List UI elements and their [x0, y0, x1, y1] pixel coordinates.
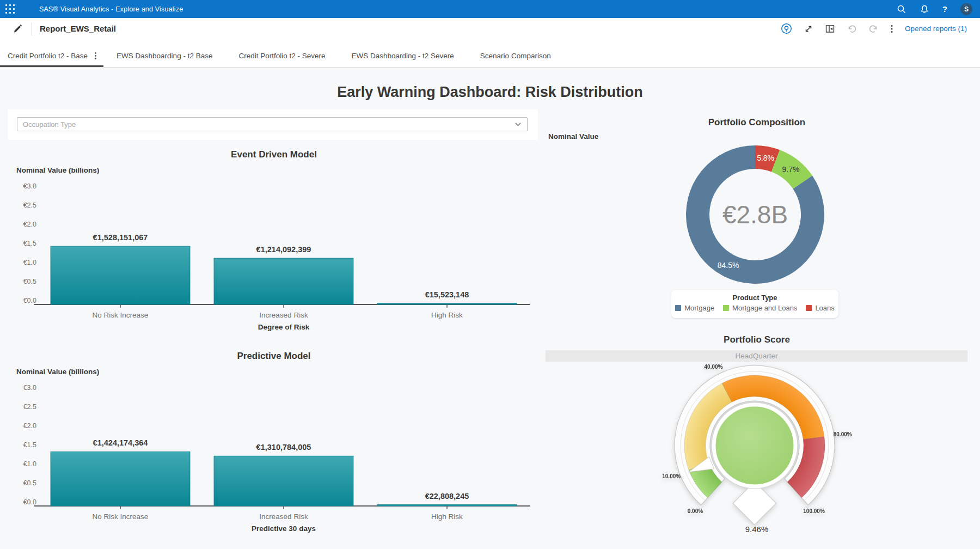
svg-text:Nominal Value (billions): Nominal Value (billions): [16, 368, 99, 376]
svg-text:40.00%: 40.00%: [705, 364, 723, 370]
svg-text:€0.0: €0.0: [23, 498, 36, 506]
svg-text:€0.5: €0.5: [23, 479, 36, 487]
notifications-bell-icon[interactable]: [920, 4, 929, 14]
portfolio-score-gauge[interactable]: 0.00%10.00%40.00%80.00%100.00%: [651, 361, 858, 529]
svg-text:0.00%: 0.00%: [688, 508, 703, 514]
svg-text:€2.8B: €2.8B: [722, 200, 788, 229]
redo-icon[interactable]: [868, 24, 879, 34]
svg-text:€1,424,174,364: €1,424,174,364: [93, 438, 148, 447]
filter-panel: Occupation Type: [8, 109, 538, 140]
help-icon[interactable]: ?: [942, 4, 947, 14]
svg-text:€22,808,245: €22,808,245: [425, 492, 469, 501]
svg-text:€2.0: €2.0: [23, 221, 36, 228]
svg-text:€1,310,784,005: €1,310,784,005: [256, 443, 311, 452]
svg-text:Event Driven Model: Event Driven Model: [231, 149, 317, 160]
predictive-model-chart[interactable]: Predictive ModelNominal Value (billions)…: [14, 347, 531, 539]
dropdown-placeholder: Occupation Type: [23, 120, 76, 129]
svg-text:€3.0: €3.0: [23, 182, 36, 190]
svg-text:€2.5: €2.5: [23, 202, 36, 209]
app-bar: SAS® Visual Analytics - Explore and Visu…: [0, 0, 980, 18]
svg-text:9.7%: 9.7%: [782, 165, 799, 174]
svg-text:100.00%: 100.00%: [803, 508, 825, 514]
chevron-down-icon: [515, 123, 521, 126]
bar-increased-risk[interactable]: [214, 456, 353, 506]
avatar[interactable]: S: [960, 3, 972, 15]
panel-toggle-icon[interactable]: [825, 24, 835, 34]
expand-fullscreen-icon[interactable]: [804, 24, 813, 34]
svg-text:€1.5: €1.5: [23, 441, 36, 449]
svg-text:€1,214,092,399: €1,214,092,399: [256, 245, 311, 254]
svg-text:€1.0: €1.0: [23, 460, 36, 468]
svg-text:84.5%: 84.5%: [718, 261, 739, 270]
gauge-kpi-circle: [714, 405, 795, 486]
legend-item-mortgage-and-loans[interactable]: Mortgage and Loans: [723, 304, 797, 312]
svg-text:High Risk: High Risk: [431, 513, 463, 521]
report-tab-bar: Credit Portfolio t2 - Base EWS Dashboard…: [0, 39, 980, 68]
svg-text:€1.0: €1.0: [23, 259, 36, 266]
tab-credit-portfolio-t2-base[interactable]: Credit Portfolio t2 - Base: [0, 52, 103, 67]
svg-text:€15,523,148: €15,523,148: [425, 290, 469, 299]
tab-credit-portfolio-t2-severe[interactable]: Credit Portfolio t2 - Severe: [225, 52, 338, 67]
legend-title: Product Type: [732, 294, 777, 302]
tab-ews-dashboarding-t2-severe[interactable]: EWS Dashboarding - t2 Severe: [339, 52, 467, 67]
bar-high-risk[interactable]: [377, 303, 517, 305]
bar-increased-risk[interactable]: [214, 258, 353, 304]
insights-lightbulb-icon[interactable]: [781, 23, 792, 34]
legend-swatch: [723, 305, 729, 311]
bar-high-risk[interactable]: [377, 505, 517, 507]
gauge-value: 9.46%: [547, 524, 966, 534]
tab-ews-dashboarding-t2-base[interactable]: EWS Dashboarding - t2 Base: [103, 52, 225, 67]
report-title: Report_EWS_Retail: [40, 24, 116, 33]
app-title: SAS® Visual Analytics - Explore and Visu…: [39, 5, 183, 13]
svg-text:80.00%: 80.00%: [834, 431, 852, 437]
page-title: Early Warning Dashboard: Risk Distributi…: [0, 84, 980, 101]
svg-text:No Risk Increase: No Risk Increase: [93, 311, 149, 319]
event-driven-model-chart[interactable]: Event Driven ModelNominal Value (billion…: [14, 146, 531, 338]
donut-legend: Product Type Mortgage Mortgage and Loans…: [671, 290, 838, 318]
headquarter-drill-strip[interactable]: HeadQuarter: [546, 350, 967, 362]
undo-icon[interactable]: [847, 24, 857, 34]
svg-text:No Risk Increase: No Risk Increase: [93, 513, 149, 521]
svg-text:Degree of Risk: Degree of Risk: [258, 323, 310, 331]
divider: [32, 22, 32, 35]
svg-text:€3.0: €3.0: [23, 384, 36, 392]
bar-no-risk-increase[interactable]: [51, 452, 190, 506]
svg-text:10.00%: 10.00%: [662, 473, 681, 479]
search-icon[interactable]: [897, 4, 906, 14]
svg-text:€1.5: €1.5: [23, 240, 36, 247]
svg-text:€2.5: €2.5: [23, 403, 36, 411]
svg-text:Nominal Value (billions): Nominal Value (billions): [16, 166, 99, 174]
edit-pencil-icon[interactable]: [13, 23, 23, 34]
svg-text:Increased Risk: Increased Risk: [259, 513, 308, 521]
legend-item-loans[interactable]: Loans: [806, 304, 834, 312]
portfolio-score-title: Portfolio Score: [547, 334, 966, 345]
app-launcher-icon[interactable]: [5, 4, 15, 14]
legend-item-mortgage[interactable]: Mortgage: [675, 304, 714, 312]
occupation-type-dropdown[interactable]: Occupation Type: [17, 117, 528, 131]
svg-text:Increased Risk: Increased Risk: [259, 311, 308, 319]
svg-text:€0.0: €0.0: [23, 297, 36, 304]
bar-no-risk-increase[interactable]: [51, 246, 190, 304]
svg-text:Predictive 30 days: Predictive 30 days: [252, 524, 316, 533]
svg-text:€0.5: €0.5: [23, 278, 36, 285]
svg-text:€2.0: €2.0: [23, 422, 36, 430]
svg-text:5.8%: 5.8%: [757, 154, 774, 162]
more-options-kebab-icon[interactable]: [890, 24, 893, 34]
portfolio-composition-title: Portfolio Composition: [547, 117, 966, 128]
svg-text:Predictive Model: Predictive Model: [237, 351, 310, 361]
svg-text:€1,528,151,067: €1,528,151,067: [93, 233, 148, 242]
report-toolbar: Report_EWS_Retail Opened rep: [0, 18, 980, 40]
legend-swatch: [675, 305, 681, 311]
tab-scenario-comparison[interactable]: Scenario Comparison: [467, 52, 564, 67]
legend-swatch: [806, 305, 812, 311]
tab-menu-kebab-icon[interactable]: [94, 52, 97, 60]
svg-text:High Risk: High Risk: [431, 311, 463, 319]
nominal-value-label: Nominal Value: [548, 132, 598, 141]
opened-reports-link[interactable]: Opened reports (1): [905, 25, 967, 33]
